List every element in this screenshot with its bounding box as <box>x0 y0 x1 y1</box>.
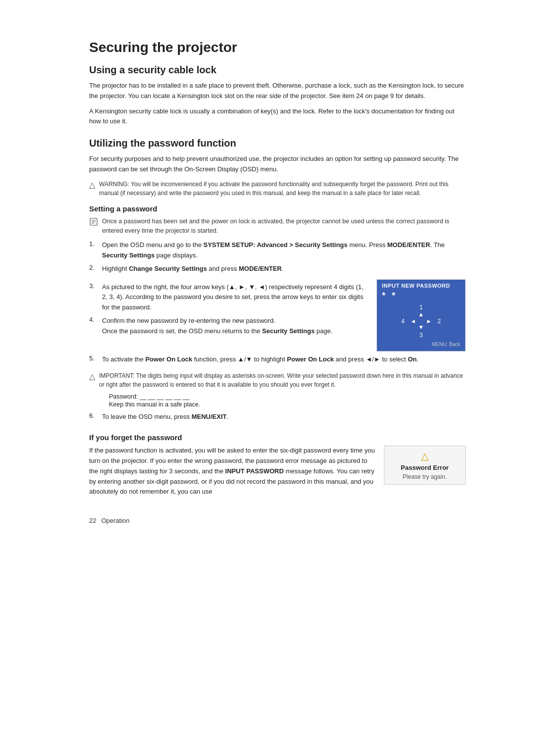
password-error-widget: △ Password Error Please try again. <box>384 446 466 485</box>
step-3-text: As pictured to the right, the four arrow… <box>102 282 368 313</box>
important-text: IMPORTANT: The digits being input will d… <box>99 371 466 389</box>
password-error-title: Password Error <box>401 464 449 471</box>
password-intro: For security purposes and to help preven… <box>89 154 466 175</box>
cable-lock-para-2: A Kensington security cable lock is usua… <box>89 106 466 127</box>
password-asterisks: * * <box>382 291 460 301</box>
step-3-number: 3. <box>89 282 97 290</box>
step-2: 2. Highlight Change Security Settings an… <box>89 264 466 274</box>
step-2-number: 2. <box>89 264 97 271</box>
step-4-number: 4. <box>89 316 97 323</box>
step-5-number: 5. <box>89 354 97 362</box>
page-title: Securing the projector <box>89 40 466 55</box>
step-1: 1. Open the OSD menu and go to the SYSTE… <box>89 240 466 261</box>
forget-password-section: If the password function is activated, y… <box>89 446 466 502</box>
step-6: 6. To leave the OSD menu, press MENU/EXI… <box>89 412 466 422</box>
step-1-number: 1. <box>89 240 97 248</box>
step-6-list: 6. To leave the OSD menu, press MENU/EXI… <box>89 412 466 422</box>
password-error-subtitle: Please try again. <box>403 473 447 480</box>
input-password-title: INPUT NEW PASSWORD <box>382 283 460 289</box>
step-3-text-col: 3. As pictured to the right, the four ar… <box>89 279 368 342</box>
setting-password-title: Setting a password <box>89 204 466 213</box>
section-password-title: Utilizing the password function <box>89 138 466 149</box>
step-5: 5. To activate the Power On Lock functio… <box>89 354 466 365</box>
page-number: 22 <box>89 517 96 524</box>
footer-label: Operation <box>101 517 129 524</box>
input-password-widget: INPUT NEW PASSWORD * * 1 ▲ 4 ◄ 2 ► 3 ▼ <box>376 279 466 352</box>
step-2-text: Highlight Change Security Settings and p… <box>102 264 283 274</box>
password-line: Password: __ __ __ __ __ __ <box>109 393 466 400</box>
forget-text-col: If the password function is activated, y… <box>89 446 375 502</box>
step-1-text: Open the OSD menu and go to the SYSTEM S… <box>102 240 466 261</box>
warning-text: WARNING: You will be inconvenienced if y… <box>99 180 466 198</box>
password-error-warning-icon: △ <box>421 450 428 462</box>
steps-list: 1. Open the OSD menu and go to the SYSTE… <box>89 240 466 274</box>
warning-box: △ WARNING: You will be inconvenienced if… <box>89 180 466 198</box>
step-5-text: To activate the Power On Lock function, … <box>102 354 419 365</box>
important-box: △ IMPORTANT: The digits being input will… <box>89 371 466 389</box>
step-4: 4. Confirm the new password by re-enteri… <box>89 316 368 337</box>
menu-back-label: MENU: Back <box>382 342 460 347</box>
step-6-text: To leave the OSD menu, press MENU/EXIT. <box>102 412 228 422</box>
warning-triangle-icon: △ <box>89 180 95 190</box>
step-6-number: 6. <box>89 412 97 419</box>
cable-lock-para-1: The projector has to be installed in a s… <box>89 81 466 101</box>
step-5-list: 5. To activate the Power On Lock functio… <box>89 354 466 365</box>
note-pencil-icon <box>89 217 98 228</box>
note-box: Once a password has been set and the pow… <box>89 217 466 236</box>
note-text: Once a password has been set and the pow… <box>102 217 466 236</box>
step-4-text: Confirm the new password by re-entering … <box>102 316 332 337</box>
forget-password-body: If the password function is activated, y… <box>89 446 375 497</box>
step-3-with-image: 3. As pictured to the right, the four ar… <box>89 279 466 352</box>
forget-password-title: If you forget the password <box>89 433 466 442</box>
step-3: 3. As pictured to the right, the four ar… <box>89 282 368 313</box>
important-triangle-icon: △ <box>89 372 95 381</box>
page-footer: 22 Operation <box>89 517 466 524</box>
section-cable-lock-title: Using a security cable lock <box>89 64 466 76</box>
keep-manual-text: Keep this manual in a safe place. <box>109 401 466 408</box>
